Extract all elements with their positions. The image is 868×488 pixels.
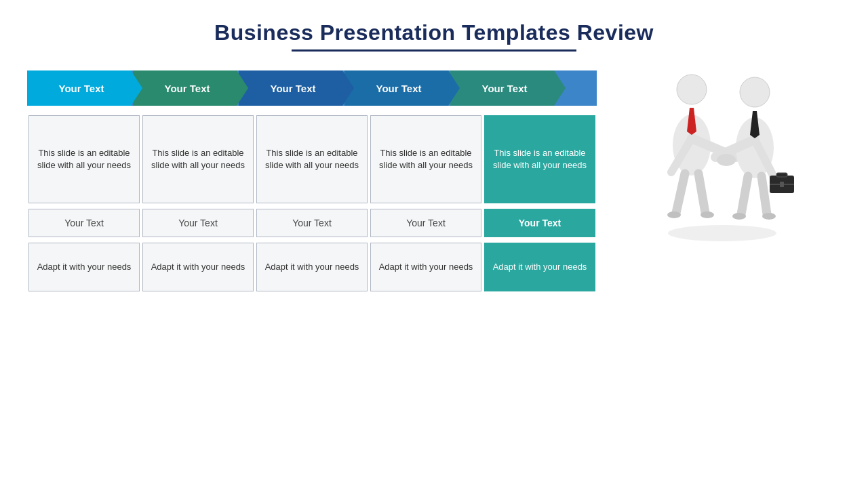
svg-marker-8 <box>687 108 696 135</box>
body-cell-4: This slide is an editable slide with all… <box>370 115 481 203</box>
text-cell-4: Your Text <box>370 209 481 237</box>
adapt-row: Adapt it with your needs Adapt it with y… <box>27 241 597 293</box>
body-text-1: This slide is an editable slide with all… <box>33 147 135 171</box>
figure-section <box>597 57 841 260</box>
svg-rect-21 <box>780 182 784 187</box>
svg-marker-17 <box>750 111 760 138</box>
svg-line-14 <box>762 176 767 214</box>
svg-line-5 <box>698 174 705 213</box>
adapt-cell-2: Adapt it with your needs <box>142 243 254 291</box>
text-cell-3: Your Text <box>256 209 368 237</box>
text-cell-5: Your Text <box>484 209 595 237</box>
adapt-text-3: Adapt it with your needs <box>265 261 359 273</box>
page: Business Presentation Templates Review Y… <box>0 0 868 488</box>
body-row: This slide is an editable slide with all… <box>27 114 597 205</box>
svg-point-9 <box>740 77 770 107</box>
body-cell-2: This slide is an editable slide with all… <box>142 115 254 203</box>
text-label-4: Your Text <box>406 217 446 230</box>
body-text-5: This slide is an editable slide with all… <box>489 147 591 171</box>
body-cell-1: This slide is an editable slide with all… <box>28 115 140 203</box>
text-cell-2: Your Text <box>142 209 254 237</box>
arrow-label-1: Your Text <box>59 83 104 94</box>
arrow-label-3: Your Text <box>271 83 316 94</box>
adapt-text-5: Adapt it with your needs <box>493 261 587 273</box>
svg-point-6 <box>667 211 681 218</box>
arrow-label-5: Your Text <box>482 83 528 94</box>
arrow-cell-1: Your Text <box>27 70 142 106</box>
arrow-cell-5: Your Text <box>450 70 566 106</box>
adapt-cell-3: Adapt it with your needs <box>256 243 368 291</box>
text-row: Your Text Your Text Your Text Your Text … <box>27 207 597 239</box>
svg-point-22 <box>717 154 736 166</box>
body-text-2: This slide is an editable slide with all… <box>147 147 249 171</box>
arrow-header-row: Your Text Your Text Your Text Your Text … <box>27 70 597 106</box>
adapt-text-1: Adapt it with your needs <box>37 261 132 273</box>
arrow-cell-4: Your Text <box>344 70 460 106</box>
body-cell-3: This slide is an editable slide with all… <box>256 115 368 203</box>
svg-point-16 <box>762 213 776 220</box>
svg-point-15 <box>732 213 746 220</box>
svg-point-7 <box>701 211 714 218</box>
body-cell-5: This slide is an editable slide with all… <box>484 115 595 203</box>
title-area: Business Presentation Templates Review <box>214 20 654 52</box>
business-figures-icon <box>641 57 804 260</box>
body-text-4: This slide is an editable slide with all… <box>375 147 477 171</box>
svg-line-4 <box>676 174 685 213</box>
text-label-3: Your Text <box>292 217 332 230</box>
arrow-label-2: Your Text <box>165 83 210 94</box>
body-text-3: This slide is an editable slide with all… <box>261 147 363 171</box>
title-underline <box>292 49 576 52</box>
table-section: Your Text Your Text Your Text Your Text … <box>27 70 597 296</box>
svg-point-0 <box>677 75 707 104</box>
text-cell-1: Your Text <box>28 209 140 237</box>
svg-point-23 <box>668 225 776 241</box>
adapt-text-2: Adapt it with your needs <box>151 261 245 273</box>
adapt-cell-1: Adapt it with your needs <box>28 243 140 291</box>
svg-line-13 <box>741 176 748 214</box>
adapt-text-4: Adapt it with your needs <box>379 261 473 273</box>
adapt-cell-4: Adapt it with your needs <box>370 243 481 291</box>
arrow-cell-2: Your Text <box>133 70 248 106</box>
arrow-cell-3: Your Text <box>239 70 354 106</box>
page-title: Business Presentation Templates Review <box>214 20 654 45</box>
text-label-2: Your Text <box>178 217 218 230</box>
text-label-1: Your Text <box>64 217 104 230</box>
arrow-label-4: Your Text <box>376 83 422 94</box>
text-label-5: Your Text <box>519 217 561 230</box>
adapt-cell-5: Adapt it with your needs <box>484 243 595 291</box>
content-area: Your Text Your Text Your Text Your Text … <box>27 70 841 296</box>
svg-rect-19 <box>776 173 787 177</box>
